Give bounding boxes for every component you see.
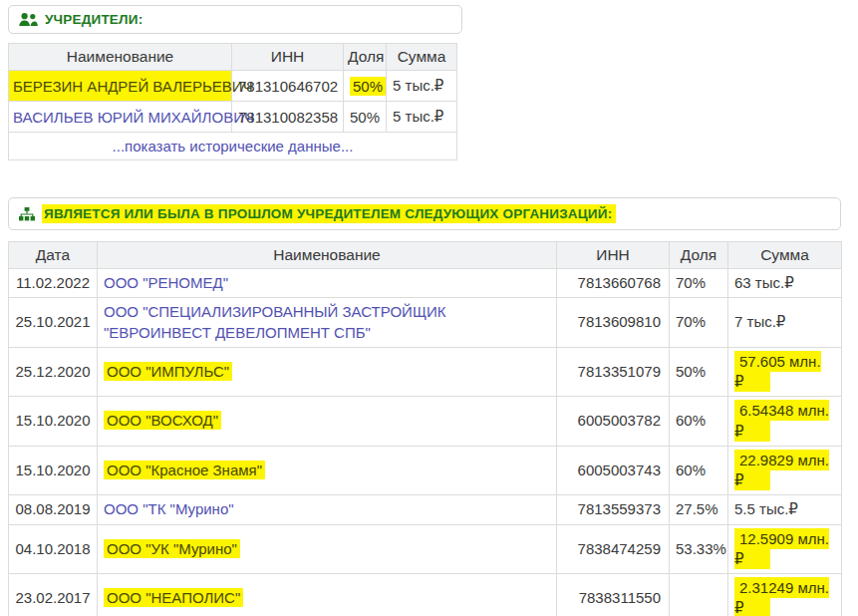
org-name-cell: ООО "УК "Мурино": [98, 524, 557, 574]
users-icon: [19, 13, 38, 27]
org-date-cell: 25.10.2021: [9, 298, 98, 348]
col-header-date: Дата: [9, 242, 98, 269]
org-share-cell: 50%: [670, 347, 728, 397]
org-date-cell: 11.02.2022: [9, 269, 98, 298]
org-name-cell: ООО "СПЕЦИАЛИЗИРОВАННЫЙ ЗАСТРОЙЩИК "ЕВРО…: [98, 298, 557, 348]
org-inn-cell: 6005003743: [557, 446, 670, 495]
founder-inn-cell: 781310082358: [232, 102, 344, 133]
org-date-cell: 08.08.2019: [9, 495, 98, 524]
founders-section-header: УЧРЕДИТЕЛИ:: [8, 5, 462, 34]
col-header-share: Доля: [670, 242, 728, 269]
org-sum-cell: 2.31249 млн.₽: [728, 574, 842, 616]
org-inn-cell: 6005003782: [557, 397, 670, 447]
history-row: ...показать исторические данные...: [9, 133, 457, 160]
founder-sum-cell: 5 тыс.₽: [387, 71, 457, 102]
organization-row: 04.10.2018ООО "УК "Мурино"783847425953.3…: [9, 524, 842, 574]
org-share-cell: 53.33%: [670, 524, 728, 574]
registry-page: УЧРЕДИТЕЛИ: Наименование ИНН Доля Сумма …: [0, 0, 858, 616]
org-sum-cell: 12.5909 млн.₽: [728, 524, 842, 574]
org-sum-cell: 63 тыс.₽: [728, 269, 842, 298]
org-inn-cell: 7813559373: [557, 495, 670, 524]
org-link[interactable]: ООО "РЕНОМЕД": [104, 274, 228, 291]
org-link[interactable]: ООО "УК "Мурино": [104, 539, 240, 558]
founder-inn-cell: 781310646702: [232, 71, 344, 102]
org-share-cell: 60%: [670, 397, 728, 447]
founder-share-cell: 50%: [344, 102, 387, 133]
org-share-cell: [670, 574, 728, 616]
org-share-cell: 70%: [670, 269, 728, 298]
sum-highlight: 57.605 млн.₽: [734, 351, 821, 392]
org-inn-cell: 7838311550: [557, 574, 670, 616]
organizations-table-head: Дата Наименование ИНН Доля Сумма: [9, 242, 842, 269]
col-header-share: Доля: [344, 44, 387, 71]
col-header-inn: ИНН: [557, 242, 670, 269]
org-share-cell: 70%: [670, 298, 728, 348]
org-inn-cell: 7838474259: [557, 524, 670, 574]
organizations-title: ЯВЛЯЕТСЯ ИЛИ БЫЛА В ПРОШЛОМ УЧРЕДИТЕЛЕМ …: [42, 204, 616, 223]
organization-row: 15.10.2020ООО "Красное Знамя"60050037436…: [9, 446, 842, 495]
org-sum-cell: 22.9829 млн.₽: [728, 446, 842, 495]
show-history-link[interactable]: ...показать исторические данные...: [113, 138, 354, 154]
col-header-name: Наименование: [9, 44, 232, 71]
org-name-cell: ООО "ТК "Мурино": [98, 495, 557, 524]
col-header-sum: Сумма: [728, 242, 842, 269]
org-name-cell: ООО "Красное Знамя": [98, 446, 557, 495]
org-sum-cell: 7 тыс.₽: [728, 298, 842, 348]
org-link[interactable]: ООО "ТК "Мурино": [104, 500, 234, 517]
org-name-cell: ООО "РЕНОМЕД": [98, 269, 557, 298]
founder-share-cell: 50%: [344, 71, 387, 102]
organization-row: 23.02.2017ООО "НЕАПОЛИС"78383115502.3124…: [9, 574, 842, 616]
sum-highlight: 22.9829 млн.₽: [734, 450, 829, 490]
col-header-name: Наименование: [98, 242, 557, 269]
org-name-cell: ООО "НЕАПОЛИС": [98, 574, 557, 616]
hierarchy-icon: [19, 207, 35, 221]
org-link[interactable]: ООО "СПЕЦИАЛИЗИРОВАННЫЙ ЗАСТРОЙЩИК "ЕВРО…: [104, 303, 445, 340]
org-link[interactable]: ООО "Красное Знамя": [104, 461, 265, 479]
founder-link[interactable]: БЕРЕЗИН АНДРЕЙ ВАЛЕРЬЕВИЧ: [13, 78, 253, 95]
founders-table-head: Наименование ИНН Доля Сумма: [9, 44, 457, 71]
organization-row: 25.12.2020ООО "ИМПУЛЬС"781335107950%57.6…: [9, 347, 842, 397]
organization-rows: 11.02.2022ООО "РЕНОМЕД"781366076870%63 т…: [9, 269, 842, 616]
org-inn-cell: 7813609810: [557, 298, 670, 348]
founders-rows: БЕРЕЗИН АНДРЕЙ ВАЛЕРЬЕВИЧ78131064670250%…: [9, 71, 457, 133]
sum-highlight: 12.5909 млн.₽: [734, 528, 829, 569]
founders-table: Наименование ИНН Доля Сумма БЕРЕЗИН АНДР…: [8, 43, 457, 160]
org-sum-cell: 6.54348 млн.₽: [728, 397, 842, 447]
org-link[interactable]: ООО "ИМПУЛЬС": [104, 362, 232, 381]
org-link[interactable]: ООО "НЕАПОЛИС": [104, 588, 243, 607]
organization-row: 25.10.2021ООО "СПЕЦИАЛИЗИРОВАННЫЙ ЗАСТРО…: [9, 298, 842, 348]
founder-name-cell: ВАСИЛЬЕВ ЮРИЙ МИХАЙЛОВИЧ: [9, 102, 232, 133]
organizations-table: Дата Наименование ИНН Доля Сумма 11.02.2…: [8, 241, 842, 616]
sum-highlight: 2.31249 млн.₽: [734, 577, 829, 616]
share-highlight: 50%: [350, 77, 386, 96]
org-share-cell: 60%: [670, 446, 728, 495]
founder-row: БЕРЕЗИН АНДРЕЙ ВАЛЕРЬЕВИЧ78131064670250%…: [9, 71, 457, 102]
org-name-cell: ООО "ИМПУЛЬС": [98, 347, 557, 397]
org-date-cell: 25.12.2020: [9, 347, 98, 397]
organization-row: 15.10.2020ООО "ВОСХОД"600500378260%6.543…: [9, 397, 842, 447]
org-share-cell: 27.5%: [670, 495, 728, 524]
org-date-cell: 04.10.2018: [9, 524, 98, 574]
organization-row: 11.02.2022ООО "РЕНОМЕД"781366076870%63 т…: [9, 269, 842, 298]
founder-row: ВАСИЛЬЕВ ЮРИЙ МИХАЙЛОВИЧ78131008235850%5…: [9, 102, 457, 133]
org-date-cell: 23.02.2017: [9, 574, 98, 616]
org-name-cell: ООО "ВОСХОД": [98, 397, 557, 447]
col-header-inn: ИНН: [232, 44, 344, 71]
col-header-sum: Сумма: [387, 44, 457, 71]
founders-title: УЧРЕДИТЕЛИ:: [45, 12, 143, 27]
organization-row: 08.08.2019ООО "ТК "Мурино"781355937327.5…: [9, 495, 842, 524]
org-link[interactable]: ООО "ВОСХОД": [104, 411, 221, 430]
org-sum-cell: 5.5 тыс.₽: [728, 495, 842, 524]
founder-name-cell: БЕРЕЗИН АНДРЕЙ ВАЛЕРЬЕВИЧ: [9, 71, 232, 102]
sum-highlight: 6.54348 млн.₽: [734, 400, 829, 441]
org-inn-cell: 7813660768: [557, 269, 670, 298]
org-date-cell: 15.10.2020: [9, 397, 98, 447]
founder-sum-cell: 5 тыс.₽: [387, 102, 457, 133]
founder-link[interactable]: ВАСИЛЬЕВ ЮРИЙ МИХАЙЛОВИЧ: [13, 109, 254, 126]
org-sum-cell: 57.605 млн.₽: [728, 347, 842, 397]
org-date-cell: 15.10.2020: [9, 446, 98, 495]
org-inn-cell: 7813351079: [557, 347, 670, 397]
organizations-section-header: ЯВЛЯЕТСЯ ИЛИ БЫЛА В ПРОШЛОМ УЧРЕДИТЕЛЕМ …: [8, 197, 841, 230]
